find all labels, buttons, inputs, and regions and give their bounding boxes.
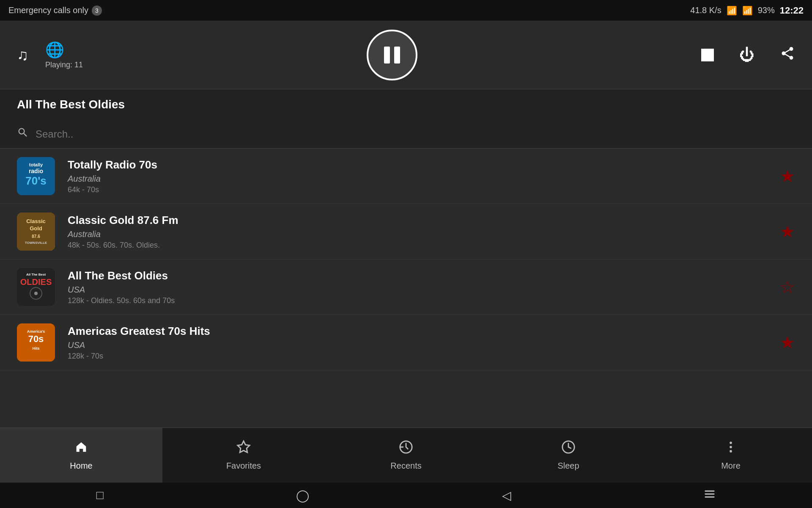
station-name: Classic Gold 87.6 Fm [68, 214, 767, 227]
playing-label: Playing: 11 [45, 61, 83, 69]
pause-button[interactable] [367, 30, 417, 80]
station-name: All The Best Oldies [68, 269, 767, 282]
home-icon [74, 440, 88, 458]
nav-favorites-label: Favorites [226, 461, 261, 471]
search-icon [17, 127, 29, 141]
clock-icon [561, 440, 576, 458]
player-area: ♫ 🌐 Playing: 11 ⏻ [0, 21, 812, 89]
svg-text:America's: America's [27, 329, 45, 334]
station-country: Australia [68, 229, 767, 239]
svg-text:OLDIES: OLDIES [20, 277, 52, 287]
bottom-nav: Home Favorites Recents Sleep [0, 428, 812, 483]
globe-icon: 🌐 [45, 41, 64, 59]
station-info: Totally Radio 70s Australia 64k - 70s [68, 158, 767, 194]
main-content: ♫ 🌐 Playing: 11 ⏻ [0, 21, 812, 428]
station-info: Americas Greatest 70s Hits USA 128k - 70… [68, 325, 767, 361]
station-item[interactable]: totally radio 70's Totally Radio 70s Aus… [0, 149, 812, 204]
station-logo: totally radio 70's [17, 157, 55, 195]
station-meta: 64k - 70s [68, 185, 767, 194]
svg-text:Gold: Gold [30, 225, 42, 232]
svg-text:Hits: Hits [32, 346, 39, 351]
station-item[interactable]: America's 70s Hits Americas Greatest 70s… [0, 315, 812, 370]
nav-home-label: Home [70, 461, 92, 471]
station-name: Totally Radio 70s [68, 158, 767, 171]
more-dots-icon [724, 440, 738, 458]
station-country: USA [68, 340, 767, 350]
notification-badge: 3 [92, 6, 102, 16]
nav-more-label: More [721, 461, 741, 471]
station-logo: All The Best OLDIES [17, 268, 55, 306]
nav-sleep-label: Sleep [557, 461, 579, 471]
station-list: totally radio 70's Totally Radio 70s Aus… [0, 149, 812, 428]
svg-text:70s: 70s [28, 334, 44, 344]
android-nav: □ ◯ ◁ [0, 483, 812, 508]
station-logo: America's 70s Hits [17, 323, 55, 362]
station-item[interactable]: All The Best OLDIES All The Best Oldies … [0, 260, 812, 315]
nav-sleep[interactable]: Sleep [487, 428, 650, 483]
svg-point-13 [34, 292, 38, 295]
network-speed: 41.8 K/s [690, 6, 721, 15]
music-note-icon: ♫ [17, 46, 28, 64]
station-info: Classic Gold 87.6 Fm Australia 48k - 50s… [68, 214, 767, 250]
favorite-button[interactable]: ☆ [780, 277, 795, 297]
svg-point-20 [730, 442, 732, 444]
clock: 12:22 [780, 5, 804, 16]
left-controls: ♫ 🌐 Playing: 11 [17, 41, 83, 69]
svg-point-22 [730, 450, 732, 453]
android-back-button[interactable]: ◁ [502, 489, 511, 502]
nav-home[interactable]: Home [0, 428, 162, 483]
svg-text:radio: radio [29, 168, 43, 174]
station-meta: 48k - 50s. 60s. 70s. Oldies. [68, 241, 767, 250]
search-area [0, 120, 812, 149]
svg-text:70's: 70's [25, 174, 47, 187]
android-menu-button[interactable] [704, 488, 716, 503]
nav-more[interactable]: More [650, 428, 812, 483]
wifi-icon: 📶 [742, 6, 753, 16]
svg-point-21 [730, 446, 732, 448]
station-logo: Classic Gold 87.6 TOWNSVILLE [17, 213, 55, 251]
svg-text:Classic: Classic [26, 218, 46, 224]
pause-bar-right [394, 47, 400, 64]
nav-favorites[interactable]: Favorites [162, 428, 325, 483]
stop-button[interactable] [701, 49, 714, 61]
search-input[interactable] [36, 128, 795, 140]
history-icon [399, 440, 413, 458]
station-name: Americas Greatest 70s Hits [68, 325, 767, 338]
svg-text:All The Best: All The Best [26, 273, 46, 276]
star-icon [236, 440, 251, 458]
status-bar-right: 41.8 K/s 📶 📶 93% 12:22 [690, 5, 804, 16]
pause-icon [384, 47, 400, 64]
station-country: Australia [68, 174, 767, 184]
status-bar: Emergency calls only 3 41.8 K/s 📶 📶 93% … [0, 0, 812, 21]
favorite-button[interactable]: ★ [780, 166, 795, 186]
right-controls: ⏻ [701, 46, 795, 65]
music-icon-button[interactable]: ♫ [17, 46, 28, 64]
emergency-calls-text: Emergency calls only [8, 6, 88, 15]
power-icon: ⏻ [739, 46, 754, 64]
android-home-button[interactable]: ◯ [296, 489, 309, 502]
favorite-button[interactable]: ★ [780, 222, 795, 241]
favorite-button[interactable]: ★ [780, 333, 795, 352]
power-button[interactable]: ⏻ [739, 46, 754, 64]
station-meta: 128k - Oldies. 50s. 60s and 70s [68, 296, 767, 305]
svg-text:totally: totally [29, 162, 43, 167]
track-title: All The Best Oldies [0, 89, 812, 120]
nav-recents[interactable]: Recents [325, 428, 487, 483]
battery-level: 93% [758, 6, 775, 15]
station-info: All The Best Oldies USA 128k - Oldies. 5… [68, 269, 767, 305]
pause-bar-left [384, 47, 390, 64]
station-country: USA [68, 285, 767, 295]
share-button[interactable] [780, 46, 795, 65]
android-square-button[interactable]: □ [96, 489, 104, 502]
nav-recents-label: Recents [390, 461, 421, 471]
station-item[interactable]: Classic Gold 87.6 TOWNSVILLE Classic Gol… [0, 204, 812, 260]
stop-icon [701, 49, 714, 61]
status-bar-left: Emergency calls only 3 [8, 6, 102, 16]
svg-text:87.6: 87.6 [32, 234, 40, 239]
station-meta: 128k - 70s [68, 352, 767, 361]
svg-text:TOWNSVILLE: TOWNSVILLE [25, 241, 47, 245]
globe-button[interactable]: 🌐 [45, 41, 64, 59]
playing-info: 🌐 Playing: 11 [45, 41, 83, 69]
bluetooth-icon: 📶 [727, 6, 737, 16]
share-icon [780, 46, 795, 65]
